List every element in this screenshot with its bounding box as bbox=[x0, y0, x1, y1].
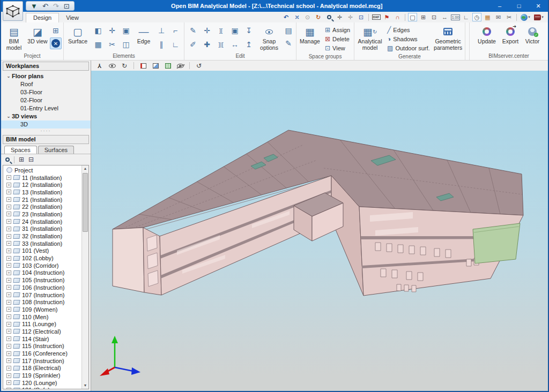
space-tree-item[interactable]: + 12 (Installation) bbox=[5, 181, 81, 189]
zoom-previous-icon[interactable]: ↶ bbox=[281, 13, 291, 21]
expand-plus-icon[interactable]: + bbox=[6, 212, 11, 216]
layers-icon[interactable]: ⚑ bbox=[382, 13, 391, 21]
angle-icon[interactable]: ∟ bbox=[462, 13, 471, 21]
expand-plus-icon[interactable]: + bbox=[6, 234, 11, 239]
outdoor-surfaces-button[interactable]: ▨Outdoor surf. bbox=[385, 44, 432, 52]
cut-icon[interactable]: ✂ bbox=[505, 13, 514, 21]
space-tree-item[interactable]: + 13 (Installation) bbox=[5, 189, 81, 196]
orbit-center-icon[interactable]: ↻ bbox=[120, 62, 129, 70]
space-tree-item[interactable]: + 105 (Instruction) bbox=[5, 276, 81, 284]
space-tree-item[interactable]: + 117 (Instruction) bbox=[5, 357, 81, 365]
snap-options-button[interactable]: Snap options bbox=[257, 24, 281, 52]
zoom-window-icon[interactable] bbox=[324, 13, 333, 21]
zoom-selection-icon[interactable]: ⊙ bbox=[303, 13, 312, 21]
workplane-item-02-floor[interactable]: 02-Floor bbox=[1, 96, 91, 104]
expand-plus-icon[interactable]: + bbox=[6, 219, 11, 224]
manage-button[interactable]: ▦ Manage bbox=[298, 24, 322, 52]
scale-icon[interactable]: 1.00 bbox=[451, 13, 460, 21]
surface-extrude-button[interactable]: ◫ bbox=[119, 37, 133, 51]
expand-all-icon[interactable]: ⊞ bbox=[19, 156, 24, 163]
tab-surfaces[interactable]: Surfaces bbox=[38, 146, 74, 154]
expand-plus-icon[interactable]: + bbox=[6, 205, 11, 209]
app-icon[interactable] bbox=[3, 1, 23, 21]
copy-button[interactable]: ▣ bbox=[228, 24, 242, 37]
dxf-templates-icon[interactable]: DXF bbox=[372, 13, 381, 21]
edge-parallel-button[interactable]: ∥ bbox=[154, 37, 168, 51]
snap-draw-button[interactable]: ✎ bbox=[283, 37, 294, 49]
expand-plus-icon[interactable]: + bbox=[6, 358, 11, 363]
workplane-item-roof[interactable]: Roof bbox=[1, 80, 91, 88]
update-hierarchy-button[interactable]: ⊞ bbox=[50, 25, 62, 36]
tree-group-floor-plans[interactable]: ⌄ Floor plans bbox=[1, 72, 91, 80]
section-planes-icon[interactable] bbox=[139, 62, 147, 70]
space-tree-item[interactable]: + 106 (Instruction) bbox=[5, 284, 81, 291]
surface-trim-button[interactable]: ✂ bbox=[105, 37, 119, 51]
surface-edit-button[interactable]: ◧ bbox=[91, 24, 105, 37]
align-bottom-button[interactable]: ↥ bbox=[242, 37, 256, 51]
scrollbar-thumb[interactable] bbox=[83, 173, 88, 232]
send-to-window-icon[interactable]: ⊡ bbox=[357, 13, 366, 21]
measurements-icon[interactable] bbox=[164, 62, 172, 70]
space-tree-item[interactable]: + 111 (Lounge) bbox=[5, 320, 81, 328]
space-tree-item[interactable]: + 109 (Women) bbox=[5, 306, 81, 313]
orthogonal-mode-icon[interactable]: ▢ bbox=[408, 13, 417, 21]
workplane-item-01-entry[interactable]: 01-Entry Level bbox=[1, 104, 91, 112]
tab-spaces[interactable]: Spaces bbox=[4, 146, 37, 154]
redraw-icon[interactable]: ↻ bbox=[314, 13, 323, 21]
erase-button[interactable]: ✐ bbox=[186, 37, 200, 51]
space-tree-item[interactable]: + 114 (Stair) bbox=[5, 335, 81, 343]
expand-plus-icon[interactable]: + bbox=[6, 351, 11, 356]
scroll-up-icon[interactable]: ▲ bbox=[82, 165, 88, 172]
hide-elements-icon[interactable] bbox=[176, 62, 184, 70]
search-icon[interactable] bbox=[5, 157, 10, 162]
space-tree-item[interactable]: + 115 (Instruction) bbox=[5, 343, 81, 350]
close-model-button[interactable]: ✕ bbox=[50, 37, 62, 49]
views-icon[interactable] bbox=[151, 62, 160, 70]
shadows-button[interactable]: ◑Shadows bbox=[385, 35, 432, 43]
recent-selection-clock-icon[interactable]: ◷ bbox=[472, 13, 481, 21]
view-spaces-button[interactable]: ⊡View bbox=[323, 44, 352, 52]
edge-vertex-button[interactable]: ⊥ bbox=[154, 24, 168, 37]
edge-button[interactable]: ― Edge bbox=[134, 24, 153, 52]
expand-plus-icon[interactable]: + bbox=[6, 322, 11, 327]
minimize-button[interactable]: – bbox=[490, 0, 509, 12]
space-tree-item[interactable]: + 21 (Installation) bbox=[5, 196, 81, 203]
space-tree-item[interactable]: + 104 (Instruction) bbox=[5, 269, 81, 277]
undo-icon[interactable]: ↶ bbox=[42, 3, 48, 10]
scroll-down-icon[interactable]: ▼ bbox=[82, 382, 88, 389]
expand-plus-icon[interactable]: + bbox=[6, 241, 11, 246]
expand-plus-icon[interactable]: + bbox=[6, 314, 11, 319]
space-tree-item[interactable]: + 102 (Lobby) bbox=[5, 254, 81, 262]
tree-root-project[interactable]: Project bbox=[5, 167, 81, 174]
space-tree-item[interactable]: + 112 (Electrical) bbox=[5, 328, 81, 335]
move-button[interactable]: ✛ bbox=[200, 24, 214, 37]
help-book-icon[interactable]: ▾ bbox=[533, 13, 545, 21]
space-tree-item[interactable]: + 23 (Installation) bbox=[5, 210, 81, 218]
space-tree-item[interactable]: + 11 (Installation) bbox=[5, 174, 81, 182]
draw-button[interactable]: ✎ bbox=[186, 24, 200, 37]
save-icon[interactable]: ▼ bbox=[31, 3, 38, 10]
space-tree-item[interactable]: + 22 (Installation) bbox=[5, 203, 81, 210]
bim-model-button[interactable]: ▤ BIM model bbox=[3, 24, 25, 52]
expand-plus-icon[interactable]: + bbox=[6, 307, 11, 312]
expand-plus-icon[interactable]: + bbox=[6, 263, 11, 268]
maximize-button[interactable]: □ bbox=[509, 0, 529, 12]
redo-icon[interactable]: ↷ bbox=[53, 3, 59, 10]
space-tree-item[interactable]: + 110 (Men) bbox=[5, 313, 81, 321]
expand-plus-icon[interactable]: + bbox=[6, 190, 11, 194]
stretch-edge-button[interactable]: ]|[ bbox=[214, 37, 228, 51]
space-tree-item[interactable]: + 101 (Vest) bbox=[5, 247, 81, 255]
expand-plus-icon[interactable]: + bbox=[6, 270, 11, 275]
expand-plus-icon[interactable]: + bbox=[6, 227, 11, 231]
chevron-down-icon[interactable]: ⌄ bbox=[5, 112, 12, 120]
tab-view[interactable]: View bbox=[59, 13, 86, 22]
space-tree-item[interactable]: + 119 (Sprinkler) bbox=[5, 372, 81, 379]
expand-plus-icon[interactable]: + bbox=[6, 248, 11, 253]
pan-icon[interactable]: ✛ bbox=[335, 13, 344, 21]
expand-plus-icon[interactable]: + bbox=[6, 366, 11, 371]
surface-grid-button[interactable]: ▦ bbox=[91, 37, 105, 51]
expand-plus-icon[interactable]: + bbox=[6, 292, 11, 297]
expand-plus-icon[interactable]: + bbox=[6, 380, 11, 385]
tab-design[interactable]: Design bbox=[26, 13, 59, 22]
expand-plus-icon[interactable]: + bbox=[6, 336, 11, 341]
